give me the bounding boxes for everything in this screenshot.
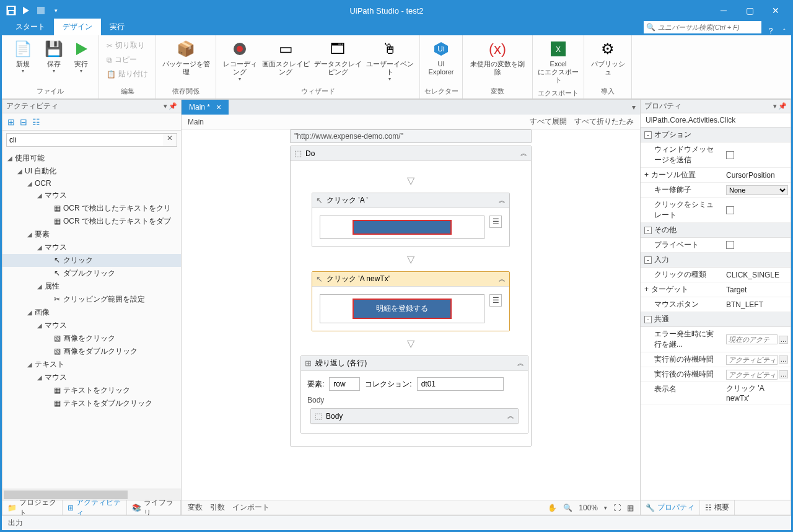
tree-leaf[interactable]: ▦OCR で検出したテキストをダブ	[2, 215, 181, 228]
tree-node[interactable]: ◢OCR	[2, 178, 181, 189]
variables-tab[interactable]: 変数	[188, 502, 203, 513]
clear-search-icon[interactable]: ✕	[163, 134, 177, 146]
prop-category[interactable]: -共通	[641, 312, 791, 327]
tree-leaf[interactable]: ▦テキストをダブルクリック	[2, 397, 181, 410]
do-sequence[interactable]: ⬚Do︽ ▽ ↖クリック 'A '︽ ☰ ▽ ↖クリック 'A newTx'︽ …	[290, 146, 532, 447]
tree-node[interactable]: ◢UI 自動化	[2, 165, 181, 178]
overview-icon[interactable]: ▦	[627, 504, 634, 512]
help-button[interactable]: ?	[764, 27, 778, 35]
tree-leaf[interactable]: ▧画像をクリック	[2, 332, 181, 345]
body-sequence[interactable]: ⬚Body︽	[310, 408, 519, 424]
tab-outline[interactable]: ☷概要	[700, 500, 735, 515]
collapse-icon[interactable]: ︽	[499, 196, 506, 205]
ui-explorer-button[interactable]: UiUI Explorer	[424, 37, 458, 79]
qat-more-icon[interactable]: ▾	[49, 4, 63, 17]
run-button[interactable]: 実行▾	[68, 37, 95, 76]
publish-button[interactable]: ⚙パブリッシュ	[588, 37, 628, 79]
qat-run-icon[interactable]	[19, 4, 33, 17]
keymod-select[interactable]: None	[726, 185, 788, 195]
tab-properties[interactable]: 🔧プロパティ	[641, 500, 700, 515]
cut-button[interactable]: ✂切り取り	[104, 39, 151, 52]
tree-node[interactable]: ◢マウス	[2, 371, 181, 384]
pin-icon[interactable]: 📌	[169, 102, 177, 110]
activity-search-input[interactable]	[7, 134, 163, 146]
minimize-button[interactable]: ─	[711, 2, 737, 19]
h-scrollbar[interactable]	[2, 489, 181, 500]
activity-search[interactable]: ✕	[6, 133, 177, 147]
maximize-button[interactable]: ▢	[737, 2, 763, 19]
tab-project[interactable]: 📁プロジェクト	[2, 500, 63, 515]
prop-input[interactable]	[726, 370, 778, 380]
tree-leaf[interactable]: ▦OCR で検出したテキストをクリ	[2, 202, 181, 215]
tree-leaf[interactable]: ✂クリッピング範囲を設定	[2, 293, 181, 306]
prop-category[interactable]: -入力	[641, 253, 791, 268]
tree-node[interactable]: ◢属性	[2, 280, 181, 293]
tree-node[interactable]: ◢テキスト	[2, 358, 181, 371]
tab-start[interactable]: スタート	[7, 19, 54, 35]
workflow-canvas[interactable]: "http://www.expense-demo.com/" ⬚Do︽ ▽ ↖ク…	[182, 129, 640, 500]
options-icon[interactable]: ☰	[489, 216, 502, 228]
checkbox[interactable]	[726, 206, 734, 214]
document-tab[interactable]: Main *×	[182, 100, 229, 115]
prop-input[interactable]	[726, 334, 778, 344]
url-activity[interactable]: "http://www.expense-demo.com/"	[290, 129, 532, 143]
data-scraping-button[interactable]: 🗔データスクレイピング	[312, 37, 364, 79]
paste-button[interactable]: 📋貼り付け	[104, 68, 151, 81]
ellipsis-button[interactable]: …	[779, 355, 788, 364]
tree-node[interactable]: ◢使用可能	[2, 152, 181, 165]
close-tab-icon[interactable]: ×	[214, 102, 224, 112]
close-button[interactable]: ✕	[763, 2, 789, 19]
prop-category[interactable]: -オプション	[641, 128, 791, 142]
view-options-icon[interactable]: ☷	[32, 117, 40, 127]
pan-icon[interactable]: ✋	[548, 504, 557, 512]
qat-stop-icon[interactable]	[34, 4, 48, 17]
tab-run[interactable]: 実行	[101, 19, 133, 35]
prop-category[interactable]: -その他	[641, 223, 791, 238]
tabs-menu-icon[interactable]: ▾	[628, 100, 640, 115]
screen-scraping-button[interactable]: ▭画面スクレイピング	[260, 37, 312, 79]
options-icon[interactable]: ☰	[489, 294, 502, 307]
property-grid[interactable]: -オプション ウィンドウメッセージを送信 +カーソル位置CursorPositi…	[641, 128, 791, 500]
tree-node[interactable]: ◢要素	[2, 228, 181, 241]
tree-node[interactable]: ◢マウス	[2, 241, 181, 254]
foreach-item-input[interactable]	[329, 377, 360, 391]
pin-icon[interactable]: 📌	[778, 102, 787, 110]
arguments-tab[interactable]: 引数	[210, 502, 225, 513]
foreach-activity[interactable]: ⊞繰り返し (各行)︽ 要素: コレクション: Body	[300, 355, 528, 434]
activity-tree[interactable]: ◢使用可能 ◢UI 自動化 ◢OCR ◢マウス ▦OCR で検出したテキストをク…	[2, 149, 181, 489]
collapse-icon[interactable]: ︽	[507, 411, 514, 421]
user-events-button[interactable]: 🖱ユーザーイベント▾	[364, 37, 416, 84]
checkbox[interactable]	[726, 241, 734, 249]
tree-node[interactable]: ◢マウス	[2, 319, 181, 332]
collapse-all-button[interactable]: すべて折りたたみ	[574, 116, 634, 127]
copy-button[interactable]: ⧉コピー	[104, 53, 151, 66]
tree-leaf[interactable]: ▦テキストをクリック	[2, 384, 181, 397]
tab-library[interactable]: 📚ライブラリ	[127, 500, 181, 515]
expand-icon[interactable]: ⊞	[7, 117, 15, 127]
manage-packages-button[interactable]: 📦パッケージを管理	[160, 37, 212, 79]
collapse-ribbon-button[interactable]: ˆ	[778, 28, 791, 35]
click-activity-1[interactable]: ↖クリック 'A '︽ ☰	[312, 193, 510, 247]
tree-node[interactable]: ◢画像	[2, 306, 181, 319]
save-button[interactable]: 💾保存▾	[40, 37, 68, 76]
zoom-level[interactable]: 100%	[579, 504, 598, 512]
ellipsis-button[interactable]: …	[779, 336, 788, 344]
search-input[interactable]	[658, 24, 759, 31]
click-activity-2-selected[interactable]: ↖クリック 'A newTx'︽ 明細を登録する☰	[312, 271, 510, 331]
collapse-icon[interactable]: ︽	[499, 274, 506, 284]
ellipsis-button[interactable]: …	[779, 370, 788, 378]
tab-activities[interactable]: ⊞アクティビティ	[63, 500, 127, 515]
tree-node[interactable]: ◢マウス	[2, 189, 181, 202]
panel-options-icon[interactable]: ▾	[773, 102, 777, 110]
panel-options-icon[interactable]: ▾	[164, 102, 167, 110]
tree-leaf[interactable]: ▧画像をダブルクリック	[2, 345, 181, 358]
collapse-icon[interactable]: ︽	[517, 359, 524, 368]
tree-leaf-selected[interactable]: ↖クリック	[2, 254, 181, 267]
remove-vars-button[interactable]: (x)未使用の変数を削除	[467, 37, 528, 79]
prop-input[interactable]	[726, 355, 778, 365]
new-button[interactable]: 📄新規▾	[6, 37, 40, 76]
fit-icon[interactable]: ⛶	[613, 504, 621, 512]
recording-button[interactable]: レコーディング▾	[220, 37, 260, 84]
qat-save-icon[interactable]	[4, 4, 18, 17]
output-label[interactable]: 出力	[8, 518, 23, 528]
